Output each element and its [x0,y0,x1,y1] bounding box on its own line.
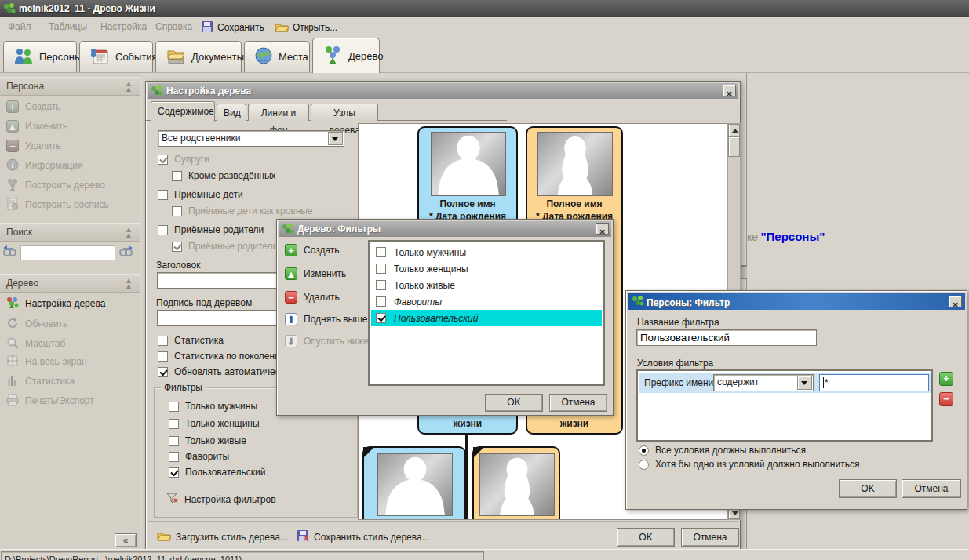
filter-list-item[interactable]: Только женщины [371,260,602,277]
sidebar-section-person[interactable]: Персона ▲▲ [0,77,140,96]
filter-list-item-selected[interactable]: Пользовательский [371,310,602,326]
collapse-chevron-icon[interactable]: ▲▲ [124,278,133,289]
text-caret [823,377,824,388]
tab-places[interactable]: Места [244,41,310,72]
cancel-button[interactable]: Отмена [681,528,739,547]
sidebar-item-delete[interactable]: −Удалить [6,138,61,154]
sidebar-section-search[interactable]: Поиск ▲▲ [0,223,140,242]
checkbox-adopted-children[interactable]: Приёмные дети [158,189,243,200]
save-icon [201,20,213,35]
radio-any-condition[interactable]: Хотя бы одно из условий должно выполнить… [639,459,859,470]
sidebar-item-print-export[interactable]: Печать/Экспорт [6,393,94,409]
filter-settings-button[interactable]: Настройка фильтров [166,492,276,507]
checkbox-favorites[interactable]: Фавориты [169,451,229,462]
checkbox-custom[interactable]: Пользовательский [169,467,266,478]
person-card-male[interactable]: Полное имя [362,446,466,520]
chevron-down-icon[interactable] [328,132,343,145]
sidebar-item-statistics[interactable]: Статистика [6,373,75,389]
tab-content[interactable]: Содержимое [151,101,215,122]
ok-button[interactable]: OK [485,394,543,412]
tab-documents[interactable]: Документы [155,41,242,72]
tab-persons[interactable]: Персоны [3,41,77,72]
filter-list-item[interactable]: Только живые [371,277,602,293]
chevron-down-icon[interactable] [797,376,812,390]
tree-settings-titlebar[interactable]: Настройка дерева [148,83,738,99]
checkbox-statistics[interactable]: Статистика [158,335,224,346]
person-filter-titlebar[interactable]: Персоны: Фильтр [628,293,965,310]
condition-operator-dropdown[interactable]: содержит [713,374,814,391]
ok-button[interactable]: OK [839,479,897,498]
filter-create-button[interactable]: +Создать [285,244,340,256]
sidebar-collapse-button[interactable]: « [115,533,137,547]
checkbox-adoptive-parents[interactable]: Приёмные родители [158,224,264,235]
search-input[interactable] [20,245,115,260]
sidebar-item-build-report[interactable]: Построить роспись [6,197,109,213]
sidebar-item-fullscreen[interactable]: На весь экран [6,354,87,369]
documents-icon [166,46,186,67]
relatives-dropdown[interactable]: Все родственники [158,130,344,147]
filter-delete-button[interactable]: −Удалить [285,291,340,304]
scrollbar-thumb[interactable] [728,136,740,157]
person-card-female[interactable]: Полное имя [472,446,560,520]
sidebar-item-info[interactable]: i Информация [6,158,82,173]
sidebar-item-build-tree[interactable]: Построить дерево [6,177,105,193]
tab-view[interactable]: Вид [217,104,246,121]
tab-events[interactable]: События [79,41,153,72]
filters-listbox[interactable]: Только мужчины Только женщины Только жив… [368,240,605,386]
scroll-up-icon[interactable] [728,124,740,136]
filter-edit-button[interactable]: ▲Изменить [285,267,346,280]
add-condition-button[interactable]: + [939,372,953,386]
load-style-button[interactable]: Загрузить стиль дерева... [157,529,288,544]
checkbox-spouses[interactable]: Супруги [158,154,209,165]
filter-name-input[interactable] [636,329,817,346]
sidebar-item-edit[interactable]: ▲Изменить [6,118,67,134]
conditions-list[interactable]: Префикс имени содержит * [636,369,933,442]
sidebar-item-create[interactable]: +Создать [6,99,61,115]
save-button[interactable]: Сохранить [201,19,264,36]
move-down-icon: ⬇ [285,335,297,347]
close-icon[interactable] [596,223,609,235]
save-style-button[interactable]: Сохранить стиль дерева... [297,529,430,544]
menu-settings[interactable]: Настройка [100,21,147,32]
sidebar-section-tree[interactable]: Дерево ▲▲ [0,274,140,293]
filter-list-item[interactable]: Фавориты [371,293,602,310]
collapse-chevron-icon[interactable]: ▲▲ [124,81,133,92]
ok-button[interactable]: OK [617,528,675,547]
sidebar-item-tree-settings[interactable]: Настройка дерева [6,296,105,311]
menu-help[interactable]: Справка [155,21,192,32]
checkbox-statistics-generations[interactable]: Статистика по поколениям [158,351,292,362]
close-icon[interactable] [949,296,962,307]
menu-tables[interactable]: Таблицы [49,21,87,32]
card-name: Полное имя [364,518,464,520]
window-titlebar: melnik2012_11 - Древо Жизни [0,0,969,17]
tab-tree[interactable]: Дерево [312,38,380,73]
condition-value-input[interactable]: * [819,374,929,391]
close-icon[interactable] [723,85,736,96]
condition-row[interactable]: Префикс имени содержит * [639,373,931,393]
checkbox-only-alive[interactable]: Только живые [169,435,246,446]
checkbox-only-men[interactable]: Только мужчины [169,401,257,412]
header-label: Заголовок [156,260,200,271]
menu-file[interactable]: Файл [8,21,31,32]
radio-all-conditions[interactable]: Все условия должны выполниться [639,445,806,456]
remove-condition-button[interactable]: − [939,392,953,406]
cancel-button[interactable]: Отмена [902,479,961,498]
checkbox-adopted-as-blood[interactable]: Приёмные дети как кровные [172,205,313,216]
person-photo-placeholder [537,132,613,196]
cancel-button[interactable]: Отмена [549,394,607,412]
checkbox-auto-update[interactable]: Обновлять автоматически [158,366,290,377]
checkbox-only-women[interactable]: Только женщины [169,418,260,429]
sidebar-item-refresh[interactable]: Обновить [6,316,67,332]
tree-filters-titlebar[interactable]: Дерево: Фильтры [279,221,611,237]
tab-lines-bg[interactable]: Линии и фон [248,104,309,121]
filter-move-down-button[interactable]: ⬇Опустить ниже [285,335,369,347]
open-button[interactable]: Открыть... [275,19,337,36]
search-forward-icon[interactable] [119,244,133,260]
filter-list-item[interactable]: Только мужчины [371,244,602,260]
filter-move-up-button[interactable]: ⬆Поднять выше [285,313,368,325]
checkbox-except-divorced[interactable]: Кроме разведённых [172,170,276,181]
sidebar-item-zoom[interactable]: Масштаб [6,336,65,351]
collapse-chevron-icon[interactable]: ▲▲ [124,227,133,238]
tab-tree-nodes[interactable]: Узлы дерева [311,104,378,121]
search-back-icon[interactable] [2,244,16,260]
